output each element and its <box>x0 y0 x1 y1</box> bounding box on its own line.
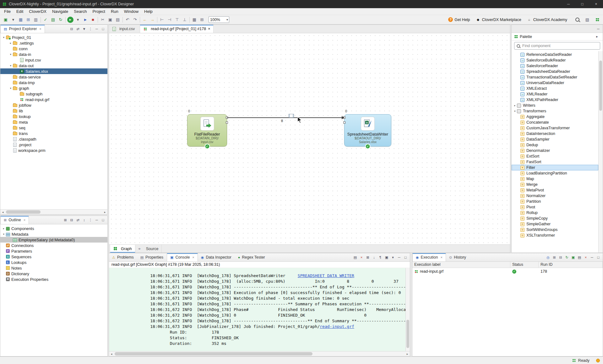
palette-category-writers[interactable]: ▸ Writers <box>512 103 598 108</box>
maximize-icon[interactable]: □ <box>100 27 106 31</box>
log-link[interactable]: SPREADSHEET DATA WRITER <box>298 273 354 278</box>
separator-icon[interactable] <box>122 17 124 23</box>
open-perspective-icon[interactable]: ▧ <box>584 16 591 24</box>
column-execution-label[interactable]: Execution label <box>412 262 510 268</box>
minimize-icon[interactable]: ─ <box>589 255 595 259</box>
save-icon[interactable]: ▦ <box>17 16 24 24</box>
tab-console[interactable]: ▣ Console × <box>167 253 198 261</box>
get-help-link[interactable]: ? Get Help <box>448 17 470 22</box>
outline-item-sequences[interactable]: Sequences <box>0 254 107 260</box>
separator-icon[interactable] <box>40 17 42 23</box>
palette-item-extsort[interactable]: ExtSort <box>512 153 598 159</box>
align-left-icon[interactable]: ⊢ <box>158 16 166 24</box>
undo-icon[interactable]: ↶ <box>124 16 131 24</box>
separator-icon[interactable] <box>97 17 99 23</box>
tree-item-lib[interactable]: lib <box>0 108 107 114</box>
palette-item-concatenate[interactable]: Concatenate <box>512 120 598 125</box>
palette-item-dedup[interactable]: Dedup <box>512 142 598 148</box>
tree-item-conn[interactable]: conn <box>0 46 107 51</box>
node-body[interactable]: X FlatFileReader ${DATAIN_DIR}/ input.cs… <box>187 114 227 147</box>
run-dropdown-icon[interactable]: ▾ <box>74 16 82 24</box>
outline-item-notes[interactable]: Notes <box>0 265 107 271</box>
scroll-track[interactable] <box>114 351 405 356</box>
notifications-icon[interactable] <box>596 359 600 362</box>
tree-item-classpath[interactable]: .classpath <box>0 136 107 142</box>
separator-icon[interactable] <box>64 17 67 23</box>
cut-icon[interactable]: ✂ <box>99 16 106 24</box>
expander-chevron-icon[interactable]: ▾ <box>2 233 6 236</box>
tree-item-graph[interactable]: ▾ graph <box>0 85 107 91</box>
minimize-icon[interactable]: ─ <box>94 218 100 222</box>
close-icon[interactable]: × <box>208 27 210 31</box>
run-graph-icon[interactable]: ► <box>67 17 73 23</box>
zoom-select[interactable]: 100% <box>209 16 229 23</box>
tree-item-subgraph[interactable]: subgraph <box>0 91 107 97</box>
tab-execution[interactable]: ◉ Execution × <box>412 253 446 261</box>
palette-item-partition[interactable]: Partition <box>512 199 598 204</box>
collapse-all-icon[interactable]: ⊟ <box>68 218 75 222</box>
menu-file[interactable]: File <box>1 8 14 14</box>
graph-canvas[interactable]: 0 <box>109 33 510 244</box>
print-icon[interactable]: ▥ <box>32 16 40 24</box>
separator-icon[interactable] <box>188 17 191 23</box>
outline-item-execution-properties[interactable]: Execution Properties <box>0 276 107 282</box>
remove-launch-icon[interactable]: × <box>358 255 365 259</box>
maximize-icon[interactable]: □ <box>100 218 106 222</box>
tab-data-inspector[interactable]: ◉ Data Inspector <box>198 253 235 261</box>
tab-source[interactable]: ‹› Source <box>135 245 162 253</box>
minimize-icon[interactable]: ─ <box>396 255 402 259</box>
tab-regex-tester[interactable]: ● Regex Tester <box>235 253 269 261</box>
outline-item-metadata[interactable]: ▾ Metadata <box>0 231 107 237</box>
node-flatfilereader[interactable]: 0 <box>187 114 227 147</box>
tree-item-trans[interactable]: trans <box>0 131 107 136</box>
expand-all-icon[interactable]: ⊞ <box>551 255 557 260</box>
paste-icon[interactable]: ▤ <box>114 16 122 24</box>
palette-item-customjavatransformer[interactable]: CustomJavaTransformer <box>512 125 598 131</box>
tree-item-data-tmp[interactable]: data-tmp <box>0 80 107 85</box>
tree-item-read-input-grf[interactable]: read-input.grf <box>0 97 107 102</box>
palette-item-xmlextract[interactable]: XMLExtract <box>512 86 598 91</box>
palette-item-pivot[interactable]: Pivot <box>512 204 598 210</box>
word-wrap-icon[interactable]: ¶ <box>377 255 383 259</box>
scroll-thumb[interactable] <box>115 352 312 356</box>
minimize-icon[interactable]: ─ <box>94 27 100 31</box>
menu-project[interactable]: Project <box>90 8 108 14</box>
palette-item-denormalizer[interactable]: Denormalizer <box>512 148 598 153</box>
node-spreadsheetdatawriter[interactable]: 0 <box>344 114 391 147</box>
target-icon[interactable]: ◎ <box>545 255 551 260</box>
pin-console-icon[interactable]: ▣ <box>383 255 390 260</box>
clear-console-icon[interactable]: ▤ <box>352 255 358 260</box>
port-square[interactable] <box>226 121 228 124</box>
back-icon[interactable]: ← <box>141 16 149 24</box>
remove-all-launches-icon[interactable]: ⊠ <box>365 255 371 260</box>
redo-icon[interactable]: ↷ <box>131 16 139 24</box>
outline-item-employeesalary[interactable]: EmployeeSalary (id:Metadata0) <box>0 237 107 243</box>
palette-item-sortwithingroups[interactable]: SortWithinGroups <box>512 227 598 233</box>
maximize-icon[interactable]: □ <box>402 255 409 259</box>
maximize-icon[interactable]: □ <box>595 255 601 259</box>
close-icon[interactable]: × <box>24 218 25 222</box>
stop-icon[interactable]: ■ <box>89 16 97 24</box>
cloverdx-academy-link[interactable]: ⌂ CloverDX Academy <box>527 17 567 22</box>
node-body[interactable]: X SpreadsheetDataWriter ${DATAOUT_DIR}/ … <box>344 114 391 147</box>
expander-chevron-icon[interactable]: ▸ <box>513 104 517 107</box>
scroll-left-icon[interactable]: ◂ <box>109 352 114 356</box>
console-log[interactable]: 18:06:31,671 INFO [WatchDog_178] Spreads… <box>109 268 405 351</box>
cloverdx-perspective-icon[interactable] <box>594 16 601 24</box>
database-icon[interactable]: ▤ <box>49 16 57 24</box>
scroll-right-icon[interactable]: ▸ <box>102 211 107 214</box>
tab-project-explorer[interactable]: ▤ Project Explorer × <box>0 25 45 33</box>
edge-data-icon[interactable] <box>289 114 294 118</box>
collapse-all-icon[interactable]: ⊟ <box>68 27 75 31</box>
port-square[interactable] <box>343 121 345 124</box>
palette-item-simplecopy[interactable]: SimpleCopy <box>512 216 598 221</box>
palette-item-normalizer[interactable]: Normalizer <box>512 193 598 199</box>
refresh-icon[interactable]: ↻ <box>57 16 64 24</box>
palette-item-loadbalancingpartition[interactable]: LoadBalancingPartition <box>512 170 598 176</box>
tab-graph[interactable]: Graph <box>110 245 135 253</box>
console-hscrollbar[interactable]: ◂ ▸ <box>109 351 410 356</box>
palette-item-metapivot[interactable]: MetaPivot <box>512 187 598 193</box>
palette-item-merge[interactable]: Merge <box>512 182 598 187</box>
menu-window[interactable]: Window <box>121 8 141 14</box>
tree-item-data-in[interactable]: ▾ data-in <box>0 51 107 57</box>
